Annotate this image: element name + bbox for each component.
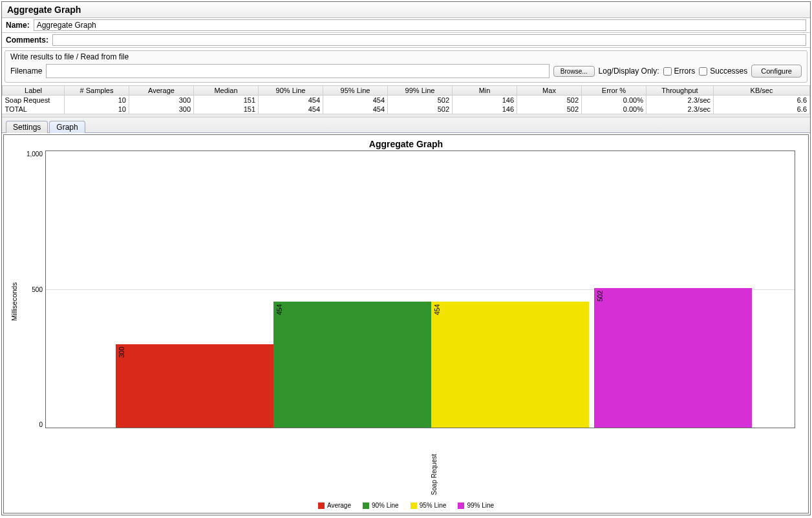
errors-checkbox[interactable] <box>663 67 672 76</box>
cell: 6.6 <box>714 105 810 114</box>
comments-label: Comments: <box>6 36 48 45</box>
col-90line[interactable]: 90% Line <box>259 86 323 96</box>
cell: 151 <box>194 105 259 114</box>
legend-item: 95% Line <box>411 502 447 509</box>
cell: 502 <box>388 105 453 114</box>
col-throughput[interactable]: Throughput <box>646 86 714 96</box>
x-axis-area: Soap Request <box>4 453 808 499</box>
col-error[interactable]: Error % <box>582 86 646 96</box>
legend-label: 95% Line <box>420 502 447 509</box>
tab-strip: Settings Graph <box>2 118 810 133</box>
log-display-label: Log/Display Only: <box>599 67 659 76</box>
name-row: Name: <box>2 18 810 33</box>
col-label[interactable]: Label <box>3 86 65 96</box>
y-axis: 1,000 500 0 <box>21 150 45 428</box>
table-header-row: Label # Samples Average Median 90% Line … <box>3 86 810 96</box>
bar-90-line: 454 <box>273 302 431 428</box>
cell: 10 <box>65 96 129 105</box>
filename-input[interactable] <box>46 64 550 78</box>
panel-title: Aggregate Graph <box>2 2 810 18</box>
bar-value-label: 454 <box>276 304 283 315</box>
file-section: Write results to file / Read from file F… <box>5 50 807 83</box>
cell: 2.3/sec <box>646 105 714 114</box>
browse-button[interactable]: Browse... <box>553 66 595 77</box>
col-max[interactable]: Max <box>517 86 582 96</box>
tab-graph[interactable]: Graph <box>49 121 85 133</box>
cell: 300 <box>129 96 194 105</box>
cell: Soap Request <box>3 96 65 105</box>
legend-item: Average <box>318 502 351 509</box>
y-axis-label: Milliseconds <box>9 282 21 321</box>
bar-average: 300 <box>116 344 273 428</box>
aggregate-graph-panel: Aggregate Graph Name: Comments: Write re… <box>1 1 811 515</box>
tab-settings[interactable]: Settings <box>6 121 48 133</box>
legend-item: 99% Line <box>458 502 494 509</box>
successes-label: Successes <box>710 67 747 76</box>
filename-row: Filename Browse... Log/Display Only: Err… <box>5 61 807 82</box>
cell: 454 <box>259 105 323 114</box>
legend-swatch <box>318 502 325 509</box>
file-section-legend: Write results to file / Read from file <box>5 51 807 61</box>
cell: 10 <box>65 105 129 114</box>
cell: TOTAL <box>3 105 65 114</box>
col-average[interactable]: Average <box>129 86 194 96</box>
comments-input[interactable] <box>52 34 806 46</box>
cell: 502 <box>517 96 582 105</box>
legend-swatch <box>363 502 369 509</box>
cell: 0.00% <box>582 96 646 105</box>
bar-value-label: 300 <box>118 347 125 358</box>
cell: 454 <box>323 96 388 105</box>
bar-95-line: 454 <box>431 302 589 428</box>
cell: 502 <box>517 105 582 114</box>
x-axis-category-label: Soap Request <box>431 454 438 495</box>
col-median[interactable]: Median <box>194 86 259 96</box>
cell: 502 <box>388 96 453 105</box>
chart-area: Aggregate Graph Milliseconds 1,000 500 0… <box>3 134 809 513</box>
cell: 0.00% <box>582 105 646 114</box>
col-samples[interactable]: # Samples <box>65 86 129 96</box>
comments-row: Comments: <box>2 33 810 48</box>
cell: 454 <box>259 96 323 105</box>
errors-label: Errors <box>674 67 696 76</box>
table-row[interactable]: Soap Request103001514544545021465020.00%… <box>3 96 810 105</box>
name-label: Name: <box>6 21 30 30</box>
legend-label: 90% Line <box>372 502 399 509</box>
successes-checkbox[interactable] <box>699 67 707 76</box>
legend-item: 90% Line <box>363 502 399 509</box>
legend-swatch <box>458 502 464 509</box>
ytick-500: 500 <box>32 286 43 293</box>
chart-legend: Average90% Line95% Line99% Line <box>4 499 808 513</box>
col-min[interactable]: Min <box>453 86 517 96</box>
col-95line[interactable]: 95% Line <box>323 86 388 96</box>
legend-label: Average <box>327 502 351 509</box>
legend-label: 99% Line <box>467 502 494 509</box>
cell: 300 <box>129 105 194 114</box>
table-row[interactable]: TOTAL103001514544545021465020.00%2.3/sec… <box>3 105 810 114</box>
cell: 151 <box>194 96 259 105</box>
ytick-1000: 1,000 <box>27 150 43 158</box>
cell: 6.6 <box>714 96 810 105</box>
cell: 146 <box>453 96 517 105</box>
bar-value-label: 454 <box>434 304 441 315</box>
col-99line[interactable]: 99% Line <box>388 86 453 96</box>
ytick-0: 0 <box>39 421 43 428</box>
filename-label: Filename <box>10 67 42 76</box>
configure-button[interactable]: Configure <box>751 65 802 78</box>
col-kbsec[interactable]: KB/sec <box>714 86 810 96</box>
plot-box: 300454454502 <box>45 150 795 428</box>
cell: 2.3/sec <box>646 96 714 105</box>
legend-swatch <box>411 502 417 509</box>
cell: 146 <box>453 105 517 114</box>
chart-title: Aggregate Graph <box>4 135 808 150</box>
results-table: Label # Samples Average Median 90% Line … <box>2 85 810 114</box>
plot-outer: Milliseconds 1,000 500 0 300454454502 <box>4 150 808 453</box>
cell: 454 <box>323 105 388 114</box>
bar-99-line: 502 <box>594 288 752 428</box>
name-input[interactable] <box>34 19 806 31</box>
bar-value-label: 502 <box>597 291 604 302</box>
